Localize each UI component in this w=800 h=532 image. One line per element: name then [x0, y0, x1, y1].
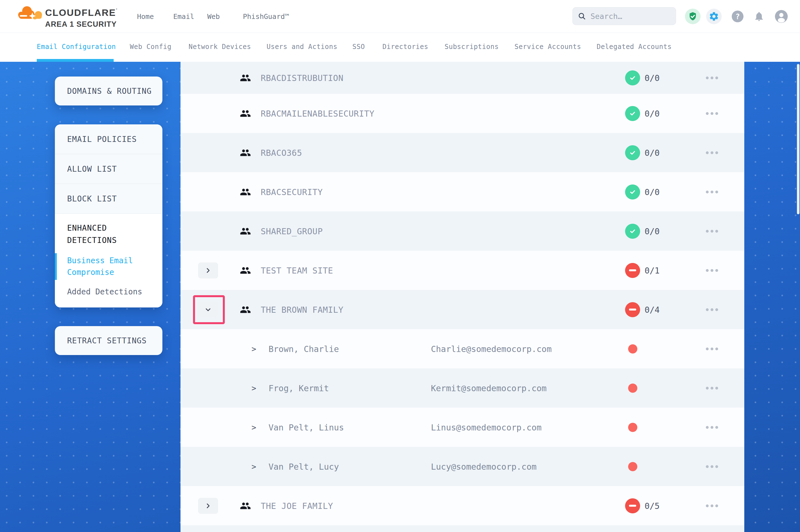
member-name: Frog, Kermit — [269, 383, 329, 393]
sidebar-item-allow-list[interactable]: ALLOW LIST — [55, 154, 162, 184]
status-ok-badge — [625, 185, 640, 200]
search-icon — [578, 12, 586, 20]
sidebar-item-added-detections[interactable]: Added Detections — [67, 287, 154, 296]
status-blocked-badge — [625, 263, 640, 278]
tab-service-accounts[interactable]: Service Accounts — [514, 33, 581, 61]
member-name: Brown, Charlie — [269, 344, 339, 354]
status-ok-badge — [625, 224, 640, 239]
expand-button[interactable] — [198, 262, 218, 279]
member-email: Kermit@somedemocorp.com — [431, 383, 546, 393]
row-menu-button[interactable] — [706, 269, 718, 272]
minus-icon — [629, 308, 636, 310]
group-name: TEST TEAM SITE — [261, 265, 333, 275]
topnav-home[interactable]: Home — [137, 0, 154, 33]
expand-button[interactable] — [198, 498, 218, 514]
tab-sso[interactable]: SSO — [352, 33, 365, 61]
avatar-icon — [775, 10, 788, 23]
group-name: RBACDISTRUBUTION — [261, 73, 343, 83]
brand-name: CLOUDFLARE' — [45, 7, 117, 18]
topnav-email[interactable]: Email — [173, 0, 194, 33]
status-blocked-badge — [625, 498, 640, 513]
table-row-member: > Van Pelt, Lucy Lucy@somedemocorp.com — [181, 447, 744, 486]
row-menu-button[interactable] — [706, 77, 718, 79]
row-menu-button[interactable] — [706, 426, 718, 429]
tab-network-devices[interactable]: Network Devices — [188, 33, 251, 61]
shield-check-icon — [688, 12, 698, 21]
group-people-icon — [240, 72, 251, 83]
table-row-group: RBACO365 0/0 — [181, 133, 744, 172]
sidebar-item-retract-settings[interactable]: RETRACT SETTINGS — [55, 326, 162, 355]
member-count: 0/0 — [644, 109, 660, 118]
question-mark-icon: ? — [731, 10, 744, 23]
group-people-icon — [240, 304, 251, 315]
sidebar-item-business-email-compromise[interactable]: Business Email Compromise — [67, 255, 151, 278]
row-menu-button[interactable] — [706, 191, 718, 193]
sidebar-item-block-list[interactable]: BLOCK LIST — [55, 184, 162, 214]
group-people-icon — [240, 108, 251, 119]
scrollbar-thumb[interactable] — [797, 64, 799, 214]
page-background: DOMAINS & ROUTING EMAIL POLICIES ALLOW L… — [0, 62, 800, 532]
member-status-dot — [628, 462, 637, 471]
member-name: Van Pelt, Lucy — [269, 462, 339, 471]
group-name: THE BROWN FAMILY — [261, 305, 343, 315]
topnav-phishguard[interactable]: PhishGuard™ — [243, 0, 289, 33]
tab-users-and-actions[interactable]: Users and Actions — [267, 33, 337, 61]
table-row-group-collapsible: THE BROWN FAMILY 0/4 — [181, 290, 744, 329]
member-count: 0/0 — [644, 226, 660, 236]
security-status-button[interactable] — [685, 8, 701, 24]
tab-delegated-accounts[interactable]: Delegated Accounts — [597, 33, 672, 61]
table-row-member: > Van Pelt, Linus Linus@somedemocorp.com — [181, 407, 744, 447]
tab-subscriptions[interactable]: Subscriptions — [444, 33, 498, 61]
row-menu-button[interactable] — [706, 151, 718, 154]
row-menu-button[interactable] — [706, 387, 718, 390]
row-menu-button[interactable] — [706, 308, 718, 311]
member-chevron-icon[interactable]: > — [252, 462, 256, 471]
table-row-group-collapsible: TEST TEAM SITE 0/1 — [181, 251, 744, 290]
member-email: Charlie@somedemocorp.com — [431, 344, 551, 354]
group-people-icon — [240, 186, 251, 197]
group-name: THE JOE FAMILY — [261, 501, 333, 511]
settings-button[interactable] — [706, 8, 722, 24]
row-menu-button[interactable] — [706, 347, 718, 350]
sidebar-card-domains-routing: DOMAINS & ROUTING — [55, 77, 162, 106]
gear-icon — [709, 11, 719, 22]
member-status-dot — [628, 423, 637, 432]
row-menu-button[interactable] — [706, 230, 718, 233]
member-email: Lucy@somedemocorp.com — [431, 462, 537, 471]
table-row-partial — [181, 525, 744, 532]
tab-email-configuration[interactable]: Email Configuration — [37, 33, 116, 61]
table-row-group-collapsible: THE JOE FAMILY 0/5 — [181, 486, 744, 525]
sidebar-item-email-policies[interactable]: EMAIL POLICIES — [55, 125, 162, 154]
search-box[interactable] — [572, 7, 676, 25]
member-count: 0/0 — [644, 148, 660, 157]
group-people-icon — [240, 265, 251, 276]
topnav-web[interactable]: Web — [207, 0, 220, 33]
member-count: 0/0 — [644, 187, 660, 197]
status-ok-badge — [625, 70, 640, 86]
config-tabs-bar: Email Configuration Web Config Network D… — [0, 33, 800, 62]
help-button[interactable]: ? — [730, 8, 745, 24]
group-name: SHARED_GROUP — [261, 226, 323, 236]
status-ok-badge — [625, 106, 640, 121]
cloudflare-logo[interactable]: CLOUDFLARE' AREA 1 SECURITY — [16, 3, 111, 30]
tab-directories[interactable]: Directories — [382, 33, 428, 61]
group-people-icon — [240, 500, 251, 511]
group-name: RBACSECURITY — [261, 187, 323, 197]
member-chevron-icon[interactable]: > — [252, 344, 256, 354]
search-input[interactable] — [590, 12, 669, 21]
row-menu-button[interactable] — [706, 465, 718, 468]
row-menu-button[interactable] — [706, 505, 718, 507]
member-chevron-icon[interactable]: > — [252, 383, 256, 393]
sidebar-item-domains-routing[interactable]: DOMAINS & ROUTING — [55, 77, 162, 106]
member-name: Van Pelt, Linus — [269, 422, 344, 432]
member-count: 0/5 — [644, 501, 660, 511]
account-button[interactable] — [774, 8, 789, 24]
member-chevron-icon[interactable]: > — [252, 423, 256, 432]
groups-table-panel: RBACDISTRUBUTION 0/0 RBACMAILENABLESECUR… — [181, 62, 744, 532]
table-row-member: > Frog, Kermit Kermit@somedemocorp.com — [181, 368, 744, 407]
notifications-button[interactable] — [751, 8, 767, 24]
enhanced-detections-title: ENHANCED DETECTIONS — [67, 222, 154, 247]
row-menu-button[interactable] — [706, 112, 718, 115]
tab-web-config[interactable]: Web Config — [130, 33, 171, 61]
registered-mark: ' — [116, 7, 117, 13]
